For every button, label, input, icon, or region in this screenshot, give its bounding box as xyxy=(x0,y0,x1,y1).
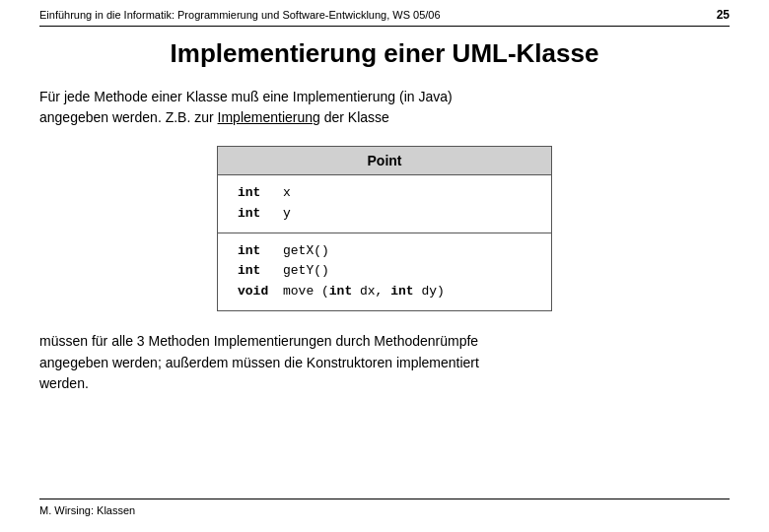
uml-class-name: Point xyxy=(218,147,551,175)
field-y-type: int xyxy=(238,204,277,225)
intro-text-1: Für jede Methode einer Klasse muß eine I… xyxy=(39,89,453,104)
uml-field-x: int x xyxy=(238,183,531,204)
field-y-name: y xyxy=(283,204,291,225)
method-move-return: void xyxy=(238,282,277,302)
method-getx-sig: getX() xyxy=(283,241,329,262)
page: Einführung in die Informatik: Programmie… xyxy=(0,0,769,532)
main-heading: Implementierung einer UML-Klasse xyxy=(39,38,730,69)
uml-fields-section: int x int y xyxy=(218,175,551,233)
header-title: Einführung in die Informatik: Programmie… xyxy=(39,9,441,21)
uml-method-getx: int getX() xyxy=(238,241,531,262)
bottom-text-3: werden. xyxy=(39,375,89,391)
bottom-paragraph: müssen für alle 3 Methoden Implementieru… xyxy=(39,331,730,395)
uml-method-move: void move (int dx, int dy) xyxy=(238,282,531,302)
bottom-text-2: angegeben werden; außerdem müssen die Ko… xyxy=(39,355,479,370)
uml-table-wrapper: Point int x int y int getX() int g xyxy=(39,146,730,311)
intro-paragraph: Für jede Methode einer Klasse muß eine I… xyxy=(39,87,730,128)
footer: M. Wirsing: Klassen xyxy=(39,499,730,516)
method-move-sig: move (int dx, int dy) xyxy=(283,282,445,302)
bottom-text-1: müssen für alle 3 Methoden Implementieru… xyxy=(39,333,478,349)
method-gety-sig: getY() xyxy=(283,261,329,282)
top-bar: Einführung in die Informatik: Programmie… xyxy=(39,0,730,27)
field-x-name: x xyxy=(283,183,291,204)
slide-number: 25 xyxy=(717,8,730,22)
field-x-type: int xyxy=(238,183,277,204)
intro-text-2: angegeben werden. Z.B. zur xyxy=(39,109,218,125)
intro-text-3: der Klasse xyxy=(320,109,389,125)
method-gety-return: int xyxy=(238,261,277,282)
method-getx-return: int xyxy=(238,241,277,262)
uml-field-y: int y xyxy=(238,204,531,225)
uml-table: Point int x int y int getX() int g xyxy=(217,146,552,311)
implementierung-link[interactable]: Implementierung xyxy=(218,109,320,125)
uml-methods-section: int getX() int getY() void move (int dx,… xyxy=(218,233,551,310)
footer-label: M. Wirsing: Klassen xyxy=(39,504,135,516)
uml-method-gety: int getY() xyxy=(238,261,531,282)
